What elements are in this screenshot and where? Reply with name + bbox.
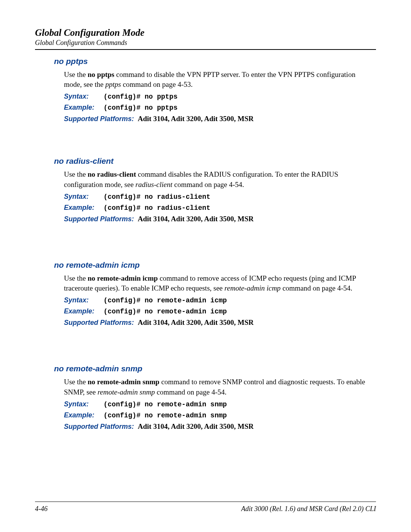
platforms-label: Supported Platforms: [64,115,134,123]
para-text: Use the [64,274,88,282]
section-no-remote-admin-icmp: no remote-admin icmp Use the no remote-a… [54,260,372,327]
example-label: Example: [64,411,104,419]
page-header: Global Configuration Mode Global Configu… [35,27,376,50]
example-value: (config)# no pptps [104,104,177,112]
para-text: command on page 4-53. [121,80,193,88]
section-para-no-remote-admin-snmp: Use the no remote-admin snmp command to … [64,377,372,397]
example-row: Example: (config)# no remote-admin icmp [64,307,372,315]
platforms-label: Supported Platforms: [64,319,134,326]
header-rule [35,49,376,50]
para-text: Use the [64,378,88,386]
example-row: Example: (config)# no radius-client [64,204,372,212]
example-label: Example: [64,104,104,112]
example-label: Example: [64,204,104,212]
platforms-row: Supported Platforms: Adit 3104, Adit 320… [64,215,372,223]
example-value: (config)# no radius-client [104,204,210,212]
header-subtitle: Global Configuration Commands [35,39,376,47]
section-no-radius-client: no radius-client Use the no radius-clien… [54,157,372,223]
content-area: no pptps Use the no pptps command to dis… [35,57,376,431]
example-row: Example: (config)# no remote-admin snmp [64,411,372,419]
para-text: command on page 4-54. [172,181,244,189]
section-body-no-pptps: Use the no pptps command to disable the … [64,70,372,123]
footer-doc-title: Adit 3000 (Rel. 1.6) and MSR Card (Rel 2… [241,505,376,513]
section-body-no-remote-admin-snmp: Use the no remote-admin snmp command to … [64,377,372,430]
example-row: Example: (config)# no pptps [64,104,372,112]
platforms-value: Adit 3104, Adit 3200, Adit 3500, MSR [138,115,254,123]
platforms-row: Supported Platforms: Adit 3104, Adit 320… [64,422,372,431]
platforms-row: Supported Platforms: Adit 3104, Adit 320… [64,115,372,123]
example-label: Example: [64,307,104,315]
syntax-row: Syntax: (config)# no remote-admin icmp [64,296,372,304]
platforms-value: Adit 3104, Adit 3200, Adit 3500, MSR [138,422,254,430]
section-para-no-remote-admin-icmp: Use the no remote-admin icmp command to … [64,273,372,293]
section-no-pptps: no pptps Use the no pptps command to dis… [54,57,372,123]
footer-line: 4-46 Adit 3000 (Rel. 1.6) and MSR Card (… [35,505,376,513]
section-heading-no-remote-admin-icmp: no remote-admin icmp [54,260,372,270]
syntax-value: (config)# no remote-admin snmp [104,401,227,408]
example-value: (config)# no remote-admin icmp [104,308,227,315]
platforms-row: Supported Platforms: Adit 3104, Adit 320… [64,318,372,327]
syntax-row: Syntax: (config)# no pptps [64,93,372,101]
footer-rule [35,502,376,502]
para-italic: radius-client [135,181,172,189]
syntax-label: Syntax: [64,400,104,408]
section-no-remote-admin-snmp: no remote-admin snmp Use the no remote-a… [54,364,372,430]
para-italic: remote-admin snmp [97,388,155,396]
para-bold: no pptps [88,70,114,78]
header-title: Global Configuration Mode [35,27,376,38]
syntax-value: (config)# no remote-admin icmp [104,297,227,304]
section-heading-no-remote-admin-snmp: no remote-admin snmp [54,364,372,373]
para-bold: no remote-admin icmp [88,274,158,282]
platforms-label: Supported Platforms: [64,215,134,223]
para-bold: no remote-admin snmp [88,378,159,386]
syntax-label: Syntax: [64,296,104,304]
section-heading-no-radius-client: no radius-client [54,157,372,166]
syntax-row: Syntax: (config)# no radius-client [64,193,372,201]
syntax-value: (config)# no radius-client [104,193,210,201]
syntax-row: Syntax: (config)# no remote-admin snmp [64,400,372,408]
section-para-no-pptps: Use the no pptps command to disable the … [64,70,372,89]
para-text: command on page 4-54. [280,284,352,292]
document-page: Global Configuration Mode Global Configu… [0,0,411,532]
platforms-label: Supported Platforms: [64,423,134,430]
para-bold: no radius-client [88,170,136,178]
footer-page-number: 4-46 [35,505,48,513]
platforms-value: Adit 3104, Adit 3200, Adit 3500, MSR [138,318,254,326]
para-text: Use the [64,70,88,78]
example-value: (config)# no remote-admin snmp [104,412,227,419]
syntax-label: Syntax: [64,93,104,101]
platforms-value: Adit 3104, Adit 3200, Adit 3500, MSR [138,215,254,223]
section-para-no-radius-client: Use the no radius-client command disable… [64,169,372,189]
syntax-label: Syntax: [64,193,104,201]
para-italic: remote-admin icmp [225,284,281,292]
syntax-value: (config)# no pptps [104,93,177,101]
para-italic: pptps [105,80,121,88]
section-body-no-remote-admin-icmp: Use the no remote-admin icmp command to … [64,273,372,327]
section-heading-no-pptps: no pptps [54,57,372,66]
para-text: command on page 4-54. [155,388,226,396]
section-body-no-radius-client: Use the no radius-client command disable… [64,169,372,223]
para-text: Use the [64,170,88,178]
page-footer: 4-46 Adit 3000 (Rel. 1.6) and MSR Card (… [35,502,376,513]
